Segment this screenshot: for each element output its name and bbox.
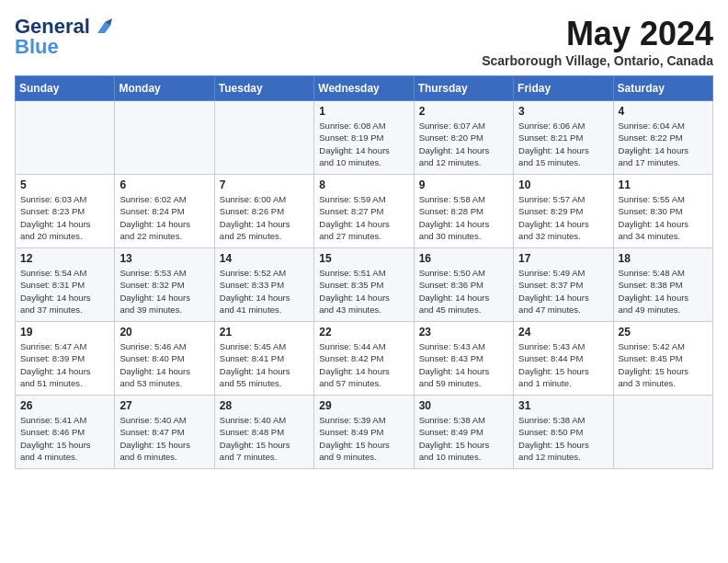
weekday-row: Sunday Monday Tuesday Wednesday Thursday… bbox=[16, 76, 713, 101]
header-tuesday: Tuesday bbox=[214, 76, 313, 101]
day-info: Sunrise: 5:39 AM Sunset: 8:49 PM Dayligh… bbox=[319, 414, 408, 463]
location-subtitle: Scarborough Village, Ontario, Canada bbox=[482, 53, 713, 68]
header-friday: Friday bbox=[514, 76, 613, 101]
day-number: 21 bbox=[220, 326, 309, 339]
day-info: Sunrise: 5:45 AM Sunset: 8:41 PM Dayligh… bbox=[220, 340, 309, 389]
calendar-cell: 20Sunrise: 5:46 AM Sunset: 8:40 PM Dayli… bbox=[115, 322, 214, 396]
header-monday: Monday bbox=[115, 76, 214, 101]
calendar-week-3: 12Sunrise: 5:54 AM Sunset: 8:31 PM Dayli… bbox=[16, 248, 713, 322]
calendar-table: Sunday Monday Tuesday Wednesday Thursday… bbox=[15, 75, 713, 469]
calendar-cell: 31Sunrise: 5:38 AM Sunset: 8:50 PM Dayli… bbox=[514, 396, 613, 469]
day-info: Sunrise: 5:48 AM Sunset: 8:38 PM Dayligh… bbox=[619, 267, 708, 316]
day-number: 19 bbox=[20, 326, 109, 339]
day-number: 7 bbox=[220, 178, 309, 191]
day-info: Sunrise: 6:00 AM Sunset: 8:26 PM Dayligh… bbox=[220, 193, 309, 242]
calendar-cell: 9Sunrise: 5:58 AM Sunset: 8:28 PM Daylig… bbox=[414, 175, 513, 248]
calendar-cell: 26Sunrise: 5:41 AM Sunset: 8:46 PM Dayli… bbox=[16, 396, 115, 469]
day-number: 4 bbox=[619, 105, 708, 118]
day-info: Sunrise: 5:40 AM Sunset: 8:47 PM Dayligh… bbox=[119, 414, 209, 463]
day-number: 18 bbox=[619, 252, 708, 265]
calendar-cell: 6Sunrise: 6:02 AM Sunset: 8:24 PM Daylig… bbox=[115, 175, 214, 248]
calendar-week-5: 26Sunrise: 5:41 AM Sunset: 8:46 PM Dayli… bbox=[16, 396, 713, 469]
calendar-cell: 22Sunrise: 5:44 AM Sunset: 8:42 PM Dayli… bbox=[314, 322, 414, 396]
calendar-cell: 23Sunrise: 5:43 AM Sunset: 8:43 PM Dayli… bbox=[414, 322, 513, 396]
calendar-week-2: 5Sunrise: 6:03 AM Sunset: 8:23 PM Daylig… bbox=[16, 175, 713, 248]
calendar-cell: 30Sunrise: 5:38 AM Sunset: 8:49 PM Dayli… bbox=[414, 396, 513, 469]
calendar-cell: 19Sunrise: 5:47 AM Sunset: 8:39 PM Dayli… bbox=[16, 322, 115, 396]
day-number: 10 bbox=[518, 178, 608, 191]
day-number: 8 bbox=[319, 178, 408, 191]
title-area: May 2024 Scarborough Village, Ontario, C… bbox=[482, 15, 713, 68]
calendar-week-1: 1Sunrise: 6:08 AM Sunset: 8:19 PM Daylig… bbox=[16, 101, 713, 175]
calendar-cell: 14Sunrise: 5:52 AM Sunset: 8:33 PM Dayli… bbox=[214, 248, 313, 322]
day-info: Sunrise: 6:04 AM Sunset: 8:22 PM Dayligh… bbox=[619, 120, 708, 168]
day-number: 2 bbox=[419, 105, 508, 118]
day-info: Sunrise: 5:54 AM Sunset: 8:31 PM Dayligh… bbox=[20, 267, 109, 316]
calendar-cell: 27Sunrise: 5:40 AM Sunset: 8:47 PM Dayli… bbox=[115, 396, 214, 469]
day-info: Sunrise: 5:41 AM Sunset: 8:46 PM Dayligh… bbox=[20, 414, 109, 463]
calendar-cell: 13Sunrise: 5:53 AM Sunset: 8:32 PM Dayli… bbox=[115, 248, 214, 322]
calendar-cell: 24Sunrise: 5:43 AM Sunset: 8:44 PM Dayli… bbox=[514, 322, 613, 396]
header-sunday: Sunday bbox=[16, 76, 115, 101]
day-info: Sunrise: 5:49 AM Sunset: 8:37 PM Dayligh… bbox=[518, 267, 608, 316]
calendar-cell: 7Sunrise: 6:00 AM Sunset: 8:26 PM Daylig… bbox=[214, 175, 313, 248]
day-info: Sunrise: 5:40 AM Sunset: 8:48 PM Dayligh… bbox=[220, 414, 309, 463]
calendar-cell: 10Sunrise: 5:57 AM Sunset: 8:29 PM Dayli… bbox=[514, 175, 613, 248]
day-number: 31 bbox=[518, 399, 608, 412]
calendar-cell: 2Sunrise: 6:07 AM Sunset: 8:20 PM Daylig… bbox=[414, 101, 513, 175]
day-info: Sunrise: 6:03 AM Sunset: 8:23 PM Dayligh… bbox=[20, 193, 109, 242]
calendar-cell: 28Sunrise: 5:40 AM Sunset: 8:48 PM Dayli… bbox=[214, 396, 313, 469]
day-number: 27 bbox=[119, 399, 209, 412]
logo: General Blue bbox=[15, 15, 112, 59]
day-info: Sunrise: 5:58 AM Sunset: 8:28 PM Dayligh… bbox=[419, 193, 508, 242]
day-number: 24 bbox=[518, 326, 608, 339]
header: General Blue May 2024 Scarborough Villag… bbox=[15, 15, 713, 68]
calendar-cell: 1Sunrise: 6:08 AM Sunset: 8:19 PM Daylig… bbox=[314, 101, 414, 175]
day-number: 23 bbox=[419, 326, 508, 339]
calendar-cell: 4Sunrise: 6:04 AM Sunset: 8:22 PM Daylig… bbox=[613, 101, 712, 175]
month-title: May 2024 bbox=[482, 15, 713, 53]
day-info: Sunrise: 6:07 AM Sunset: 8:20 PM Dayligh… bbox=[419, 120, 508, 168]
day-info: Sunrise: 6:08 AM Sunset: 8:19 PM Dayligh… bbox=[319, 120, 408, 168]
calendar-cell bbox=[214, 101, 313, 175]
day-info: Sunrise: 5:38 AM Sunset: 8:50 PM Dayligh… bbox=[518, 414, 608, 463]
day-info: Sunrise: 5:43 AM Sunset: 8:43 PM Dayligh… bbox=[419, 340, 508, 389]
calendar-cell bbox=[115, 101, 214, 175]
day-info: Sunrise: 5:53 AM Sunset: 8:32 PM Dayligh… bbox=[119, 267, 209, 316]
calendar-cell: 18Sunrise: 5:48 AM Sunset: 8:38 PM Dayli… bbox=[613, 248, 712, 322]
calendar-body: 1Sunrise: 6:08 AM Sunset: 8:19 PM Daylig… bbox=[16, 101, 713, 469]
day-info: Sunrise: 5:46 AM Sunset: 8:40 PM Dayligh… bbox=[119, 340, 209, 389]
day-info: Sunrise: 5:59 AM Sunset: 8:27 PM Dayligh… bbox=[319, 193, 408, 242]
calendar-week-4: 19Sunrise: 5:47 AM Sunset: 8:39 PM Dayli… bbox=[16, 322, 713, 396]
day-number: 6 bbox=[119, 178, 209, 191]
day-number: 15 bbox=[319, 252, 408, 265]
day-info: Sunrise: 5:44 AM Sunset: 8:42 PM Dayligh… bbox=[319, 340, 408, 389]
day-info: Sunrise: 5:42 AM Sunset: 8:45 PM Dayligh… bbox=[619, 340, 708, 389]
day-number: 11 bbox=[619, 178, 708, 191]
day-number: 29 bbox=[319, 399, 408, 412]
calendar-cell: 11Sunrise: 5:55 AM Sunset: 8:30 PM Dayli… bbox=[613, 175, 712, 248]
calendar-cell: 8Sunrise: 5:59 AM Sunset: 8:27 PM Daylig… bbox=[314, 175, 414, 248]
day-number: 1 bbox=[319, 105, 408, 118]
day-number: 14 bbox=[220, 252, 309, 265]
calendar-cell: 25Sunrise: 5:42 AM Sunset: 8:45 PM Dayli… bbox=[613, 322, 712, 396]
calendar-cell: 16Sunrise: 5:50 AM Sunset: 8:36 PM Dayli… bbox=[414, 248, 513, 322]
day-number: 28 bbox=[220, 399, 309, 412]
day-number: 25 bbox=[619, 326, 708, 339]
day-number: 9 bbox=[419, 178, 508, 191]
calendar-cell: 29Sunrise: 5:39 AM Sunset: 8:49 PM Dayli… bbox=[314, 396, 414, 469]
day-number: 30 bbox=[419, 399, 508, 412]
calendar-cell: 17Sunrise: 5:49 AM Sunset: 8:37 PM Dayli… bbox=[514, 248, 613, 322]
calendar-cell: 21Sunrise: 5:45 AM Sunset: 8:41 PM Dayli… bbox=[214, 322, 313, 396]
day-info: Sunrise: 6:06 AM Sunset: 8:21 PM Dayligh… bbox=[518, 120, 608, 168]
day-number: 13 bbox=[119, 252, 209, 265]
day-number: 12 bbox=[20, 252, 109, 265]
header-thursday: Thursday bbox=[414, 76, 513, 101]
calendar-cell: 15Sunrise: 5:51 AM Sunset: 8:35 PM Dayli… bbox=[314, 248, 414, 322]
calendar-cell bbox=[613, 396, 712, 469]
day-number: 22 bbox=[319, 326, 408, 339]
header-saturday: Saturday bbox=[613, 76, 712, 101]
day-number: 17 bbox=[518, 252, 608, 265]
calendar-cell: 12Sunrise: 5:54 AM Sunset: 8:31 PM Dayli… bbox=[16, 248, 115, 322]
calendar-header: Sunday Monday Tuesday Wednesday Thursday… bbox=[16, 76, 713, 101]
